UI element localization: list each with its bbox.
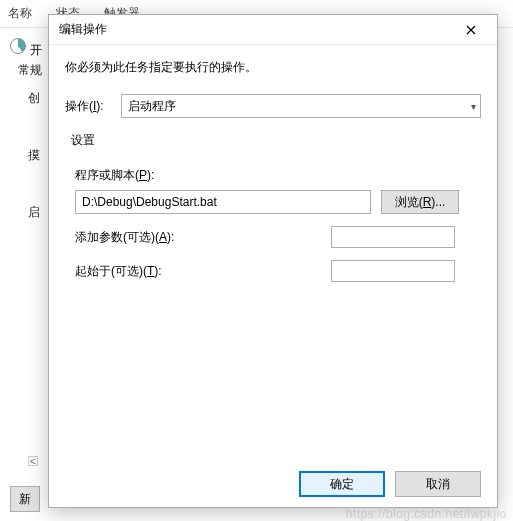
action-combobox[interactable]: 启动程序 ▾ xyxy=(121,94,481,118)
instruction-text: 你必须为此任务指定要执行的操作。 xyxy=(65,59,481,76)
ok-button[interactable]: 确定 xyxy=(299,471,385,497)
startin-input[interactable] xyxy=(331,260,455,282)
dialog-button-bar: 确定 取消 xyxy=(65,461,481,497)
script-path-input[interactable] xyxy=(75,190,371,214)
parent-new-button[interactable]: 新 xyxy=(10,486,40,512)
action-combobox-value: 启动程序 xyxy=(128,98,176,115)
close-button[interactable] xyxy=(451,16,491,44)
clock-icon xyxy=(10,38,26,54)
arguments-label: 添加参数(可选)(A): xyxy=(75,229,331,246)
settings-legend: 设置 xyxy=(71,132,481,149)
parent-app-title: 开 xyxy=(10,38,42,62)
parent-left-item: 启 xyxy=(28,204,40,221)
action-row: 操作(I): 启动程序 ▾ xyxy=(65,94,481,118)
browse-button[interactable]: 浏览(R)... xyxy=(381,190,459,214)
cancel-button[interactable]: 取消 xyxy=(395,471,481,497)
parent-left-labels: 创 摸 启 xyxy=(28,90,40,221)
startin-label: 起始于(可选)(T): xyxy=(75,263,331,280)
edit-action-dialog: 编辑操作 你必须为此任务指定要执行的操作。 操作(I): 启动程序 ▾ 设置 程… xyxy=(48,14,498,508)
col-name: 名称 xyxy=(8,5,32,22)
scroll-left-button[interactable]: < xyxy=(28,456,38,466)
parent-tab-general[interactable]: 常规 xyxy=(18,62,42,79)
action-label: 操作(I): xyxy=(65,98,121,115)
close-icon xyxy=(466,25,476,35)
dialog-title: 编辑操作 xyxy=(59,21,451,38)
dialog-titlebar: 编辑操作 xyxy=(49,15,497,45)
arguments-input[interactable] xyxy=(331,226,455,248)
parent-left-item: 摸 xyxy=(28,147,40,164)
parent-left-item: 创 xyxy=(28,90,40,107)
chevron-down-icon: ▾ xyxy=(471,101,476,112)
settings-fieldset: 设置 程序或脚本(P): 浏览(R)... 添加参数(可选)(A): 起始于(可… xyxy=(65,132,481,294)
dialog-content: 你必须为此任务指定要执行的操作。 操作(I): 启动程序 ▾ 设置 程序或脚本(… xyxy=(49,45,497,507)
script-label: 程序或脚本(P): xyxy=(75,167,481,184)
